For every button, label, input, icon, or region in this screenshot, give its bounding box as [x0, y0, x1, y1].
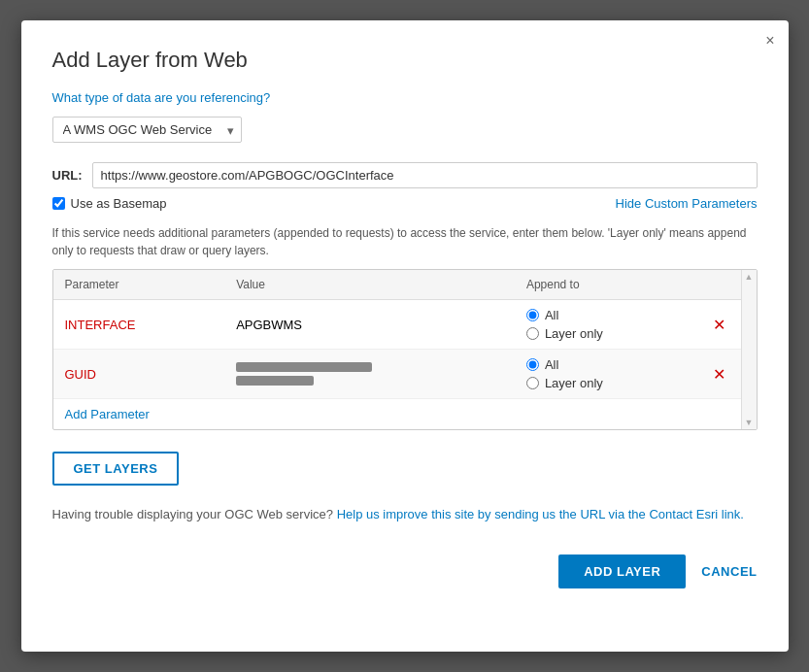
add-param-row: Add Parameter	[53, 399, 741, 430]
radio-layer-label-guid: Layer only	[545, 376, 603, 390]
delete-guid-button[interactable]: ✕	[709, 365, 729, 384]
param-name-guid: GUID	[65, 367, 97, 382]
append-to-guid: All Layer only	[526, 357, 686, 390]
col-header-parameter: Parameter	[53, 270, 225, 300]
table-row: GUID	[53, 350, 741, 399]
radio-all-label: All	[545, 308, 558, 322]
col-header-action	[697, 270, 741, 300]
use-basemap-checkbox[interactable]	[52, 197, 65, 210]
radio-layer-guid[interactable]	[526, 377, 539, 389]
radio-all-interface[interactable]	[526, 309, 539, 321]
add-layer-dialog: × Add Layer from Web What type of data a…	[21, 20, 789, 652]
param-value-masked-1	[236, 362, 372, 372]
hide-custom-params-link[interactable]: Hide Custom Parameters	[616, 196, 758, 211]
delete-interface-button[interactable]: ✕	[709, 316, 729, 334]
param-value-interface: APGBWMS	[236, 318, 302, 332]
scrollbar-up-icon[interactable]: ▲	[745, 272, 754, 282]
service-type-dropdown-wrapper[interactable]: A WMS OGC Web Service	[52, 117, 242, 143]
dialog-title: Add Layer from Web	[52, 48, 758, 73]
table-row: INTERFACE APGBWMS All	[53, 300, 741, 350]
params-table-container: Parameter Value Append to INTERFACE	[52, 269, 758, 430]
trouble-text-before: Having trouble displaying your OGC Web s…	[52, 507, 334, 521]
trouble-text: Having trouble displaying your OGC Web s…	[52, 505, 758, 525]
scrollbar-down-icon[interactable]: ▼	[745, 418, 754, 427]
add-layer-button[interactable]: ADD LAYER	[558, 554, 686, 588]
question-label: What type of data are you referencing?	[52, 90, 758, 105]
append-to-interface: All Layer only	[526, 308, 686, 341]
service-type-select[interactable]: A WMS OGC Web Service	[52, 117, 242, 143]
radio-layer-label: Layer only	[545, 326, 603, 341]
params-table: Parameter Value Append to INTERFACE	[53, 270, 741, 429]
param-name-interface: INTERFACE	[65, 318, 136, 332]
close-button[interactable]: ×	[765, 32, 774, 50]
footer-buttons: ADD LAYER CANCEL	[52, 554, 758, 588]
radio-all-guid[interactable]	[526, 358, 539, 371]
trouble-link[interactable]: Help us improve this site by sending us …	[337, 507, 744, 521]
param-value-masked-2	[236, 376, 314, 386]
use-basemap-label: Use as Basemap	[71, 196, 167, 211]
url-label: URL:	[52, 168, 83, 183]
add-parameter-link[interactable]: Add Parameter	[65, 407, 150, 421]
col-header-value: Value	[224, 270, 515, 300]
scrollbar[interactable]: ▲ ▼	[741, 270, 757, 429]
radio-layer-interface[interactable]	[526, 327, 539, 340]
info-text: If this service needs additional paramet…	[52, 224, 758, 259]
radio-all-label-guid: All	[545, 357, 558, 372]
cancel-button[interactable]: CANCEL	[701, 564, 757, 579]
url-input[interactable]	[92, 162, 758, 188]
get-layers-button[interactable]: GET LAYERS	[52, 452, 180, 486]
col-header-append: Append to	[515, 270, 697, 300]
